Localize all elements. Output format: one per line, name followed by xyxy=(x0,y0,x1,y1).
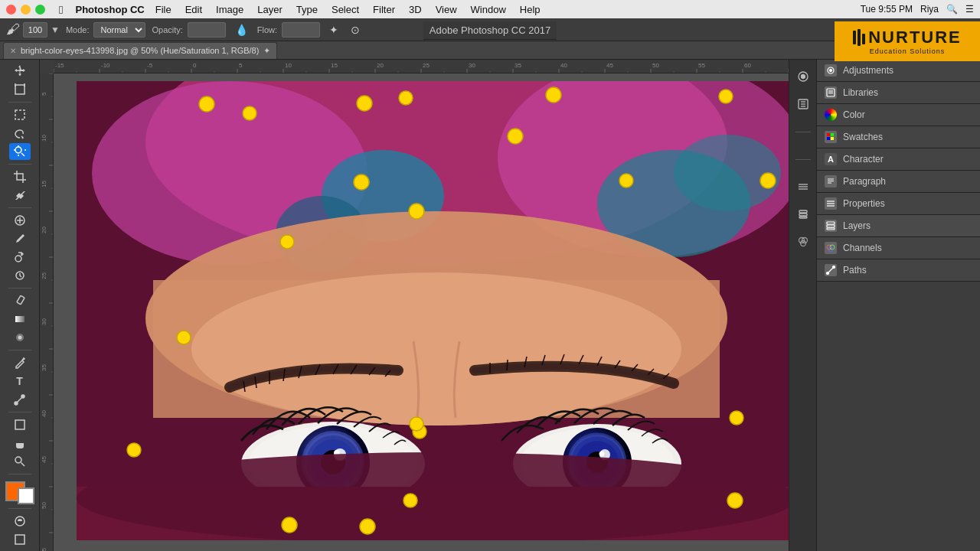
search-icon[interactable]: 🔍 xyxy=(946,4,958,15)
svg-point-145 xyxy=(508,129,523,144)
clone-tool-button[interactable] xyxy=(9,249,31,266)
ruler-horizontal: -15 -10 -5 0 5 10 xyxy=(54,60,789,73)
menu-file[interactable]: File xyxy=(154,4,173,15)
svg-text:55: 55 xyxy=(698,62,705,69)
flow-input[interactable]: 78% xyxy=(282,22,320,37)
paragraph-icon xyxy=(825,175,837,187)
marquee-tool-button[interactable] xyxy=(9,106,31,123)
svg-text:50: 50 xyxy=(652,62,659,69)
quick-select-tool-button[interactable] xyxy=(9,143,31,160)
menu-3d[interactable]: 3D xyxy=(407,4,423,15)
apple-menu-icon[interactable]:  xyxy=(59,3,63,16)
maximize-window-button[interactable] xyxy=(35,5,45,15)
panel-section-paragraph: Paragraph xyxy=(817,171,980,193)
move-tool-button[interactable] xyxy=(9,63,31,80)
quick-mask-button[interactable] xyxy=(9,513,31,530)
panel-content: Adjustments Libraries xyxy=(817,60,980,551)
panel-icon-adjustments[interactable] xyxy=(792,66,814,87)
layers-header[interactable]: Layers xyxy=(817,215,980,236)
paths-label: Paths xyxy=(843,265,972,276)
menu-view[interactable]: View xyxy=(434,4,459,15)
airbrush-icon[interactable]: 💧 xyxy=(235,24,248,36)
channels-icon xyxy=(825,242,837,254)
pen-tool-button[interactable] xyxy=(9,354,31,371)
svg-point-165 xyxy=(801,75,805,79)
svg-rect-3 xyxy=(15,110,24,119)
menu-help[interactable]: Help xyxy=(518,4,542,15)
panel-icon-channels[interactable] xyxy=(792,231,814,253)
brush-tool-button[interactable] xyxy=(9,230,31,247)
channels-label: Channels xyxy=(843,243,972,253)
lasso-tool-button[interactable] xyxy=(9,125,31,142)
nurture-logo-icon xyxy=(853,29,865,46)
menu-select[interactable]: Select xyxy=(330,4,361,15)
adjustments-header[interactable]: Adjustments xyxy=(817,60,980,81)
text-tool-button[interactable]: T xyxy=(9,373,31,390)
history-brush-button[interactable] xyxy=(9,267,31,284)
libraries-header[interactable]: Libraries xyxy=(817,82,980,103)
background-color[interactable] xyxy=(18,487,34,504)
swatches-header[interactable]: Swatches xyxy=(817,126,980,148)
menu-window[interactable]: Window xyxy=(469,4,508,15)
menu-edit[interactable]: Edit xyxy=(184,4,204,15)
svg-point-161 xyxy=(730,411,743,425)
svg-rect-186 xyxy=(827,137,830,140)
canvas-viewport[interactable] xyxy=(54,73,789,551)
menu-image[interactable]: Image xyxy=(214,4,245,15)
artboard-tool-button[interactable] xyxy=(9,81,31,98)
brush-size-display[interactable]: 100 xyxy=(23,22,47,37)
svg-point-139 xyxy=(199,96,214,112)
document-tab[interactable]: ✕ bright-color-eyes-413998.jpg @ 50% (Hu… xyxy=(3,42,277,59)
paths-header[interactable]: Paths xyxy=(817,259,980,281)
color-header[interactable]: Color xyxy=(817,104,980,126)
menu-filter[interactable]: Filter xyxy=(371,4,397,15)
character-icon: A xyxy=(825,153,837,165)
flow-label: Flow: xyxy=(257,25,277,34)
close-window-button[interactable] xyxy=(6,5,16,15)
paragraph-header[interactable]: Paragraph xyxy=(817,171,980,192)
notification-icon[interactable]: ☰ xyxy=(965,4,974,15)
panel-icon-libraries[interactable] xyxy=(792,93,814,115)
shape-tool-button[interactable] xyxy=(9,416,31,433)
app-name-menu[interactable]: Photoshop CC xyxy=(75,4,144,15)
minimize-window-button[interactable] xyxy=(21,5,31,15)
svg-text:15: 15 xyxy=(331,62,338,69)
menu-layer[interactable]: Layer xyxy=(256,4,284,15)
mode-label: Mode: xyxy=(66,25,90,34)
opacity-input[interactable]: 100% xyxy=(188,22,226,37)
gradient-tool-button[interactable] xyxy=(9,311,31,328)
path-select-button[interactable] xyxy=(9,391,31,408)
crop-tool-button[interactable] xyxy=(9,168,31,185)
svg-rect-9 xyxy=(16,295,24,305)
channels-header[interactable]: Channels xyxy=(817,237,980,259)
tab-bar: ✕ bright-color-eyes-413998.jpg @ 50% (Hu… xyxy=(0,41,980,60)
right-panel: Adjustments Libraries xyxy=(789,60,980,551)
eraser-tool-button[interactable] xyxy=(9,292,31,309)
brush-tool-group: 🖌 100 ▼ xyxy=(6,21,60,37)
svg-point-153 xyxy=(127,443,141,457)
heal-tool-button[interactable] xyxy=(9,212,31,229)
svg-rect-71 xyxy=(40,73,54,551)
mode-select[interactable]: Normal Multiply Screen xyxy=(93,22,145,37)
panel-icon-layers[interactable] xyxy=(792,204,814,225)
zoom-tool-button[interactable] xyxy=(9,453,31,470)
brush-preset-icon[interactable]: ▼ xyxy=(51,24,60,35)
pressure-icon[interactable]: ⊙ xyxy=(351,24,360,36)
screen-mode-button[interactable] xyxy=(9,531,31,548)
character-header[interactable]: A Character xyxy=(817,148,980,170)
color-swatches[interactable] xyxy=(5,481,34,504)
svg-point-114 xyxy=(674,135,781,211)
svg-rect-184 xyxy=(827,133,830,136)
properties-header[interactable]: Properties xyxy=(817,193,980,214)
smoothing-icon[interactable]: ✦ xyxy=(329,24,338,36)
svg-rect-196 xyxy=(827,228,835,230)
app-title-bar: Adobe Photoshop CC 2017 xyxy=(423,21,557,40)
tab-close-icon[interactable]: ✕ xyxy=(10,47,16,55)
blur-tool-button[interactable] xyxy=(9,329,31,346)
menu-type[interactable]: Type xyxy=(295,4,319,15)
hand-tool-button[interactable] xyxy=(9,435,31,452)
panel-icon-properties[interactable] xyxy=(792,176,814,197)
svg-text:0: 0 xyxy=(193,62,197,69)
ruler-vertical: 5 10 15 20 25 xyxy=(40,73,54,551)
eyedropper-tool-button[interactable] xyxy=(9,187,31,204)
